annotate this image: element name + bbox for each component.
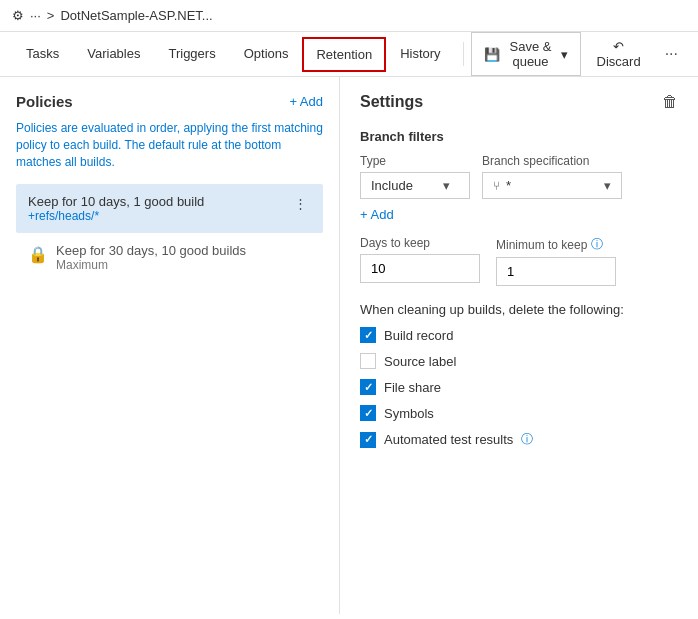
type-dropdown[interactable]: Include ▾ — [360, 172, 470, 199]
discard-label: Discard — [597, 54, 641, 69]
checkbox-symbols: ✓ Symbols — [360, 405, 678, 421]
branch-filter-group: Branch specification ⑂ * ▾ — [482, 154, 622, 199]
lock-icon: 🔒 — [28, 245, 48, 264]
filters-row: Type Include ▾ Branch specification ⑂ * … — [360, 154, 678, 199]
checkbox-automated-test: ✓ Automated test results ⓘ — [360, 431, 678, 448]
days-label: Days to keep — [360, 236, 480, 250]
days-to-keep-group: Days to keep — [360, 236, 480, 283]
checkbox-file-share: ✓ File share — [360, 379, 678, 395]
policy-more-1[interactable]: ⋮ — [290, 194, 311, 213]
policies-description: Policies are evaluated in order, applyin… — [16, 120, 323, 170]
branch-value: * — [506, 178, 511, 193]
source-label-text: Source label — [384, 354, 456, 369]
nav-divider — [463, 42, 464, 66]
branch-filters-section: Branch filters Type Include ▾ Branch spe… — [360, 129, 678, 222]
settings-title: Settings — [360, 93, 423, 111]
policies-header: Policies + Add — [16, 93, 323, 110]
add-filter-button[interactable]: + Add — [360, 207, 394, 222]
symbols-checkbox[interactable]: ✓ — [360, 405, 376, 421]
tab-tasks[interactable]: Tasks — [12, 36, 73, 73]
delete-button[interactable]: 🗑 — [662, 93, 678, 111]
automated-test-checkbox[interactable]: ✓ — [360, 432, 376, 448]
policy-info-2: Keep for 30 days, 10 good builds Maximum — [56, 243, 246, 272]
automated-test-label: Automated test results — [384, 432, 513, 447]
app-header: ⚙ ··· > DotNetSample-ASP.NET... — [0, 0, 698, 32]
cleanup-label: When cleaning up builds, delete the foll… — [360, 302, 678, 317]
policy-item-2[interactable]: 🔒 Keep for 30 days, 10 good builds Maxim… — [16, 233, 323, 282]
tab-variables[interactable]: Variables — [73, 36, 154, 73]
nav-tabs: Tasks Variables Triggers Options Retenti… — [0, 32, 698, 77]
tab-history[interactable]: History — [386, 36, 454, 73]
min-to-keep-group: Minimum to keep ⓘ — [496, 236, 616, 286]
type-value: Include — [371, 178, 413, 193]
min-label: Minimum to keep ⓘ — [496, 236, 616, 253]
tab-triggers[interactable]: Triggers — [154, 36, 229, 73]
save-queue-button[interactable]: 💾 Save & queue ▾ — [471, 32, 580, 76]
settings-header: Settings 🗑 — [360, 93, 678, 111]
header-separator: > — [47, 8, 55, 23]
tab-retention[interactable]: Retention — [302, 37, 386, 72]
checkmark-file-share: ✓ — [364, 381, 373, 394]
policy-info-1: Keep for 10 days, 1 good build +refs/hea… — [28, 194, 204, 223]
checkbox-source-label: Source label — [360, 353, 678, 369]
header-dots[interactable]: ··· — [30, 8, 41, 23]
add-policy-button[interactable]: + Add — [289, 94, 323, 109]
type-filter-group: Type Include ▾ — [360, 154, 470, 199]
policies-title: Policies — [16, 93, 73, 110]
min-info-icon[interactable]: ⓘ — [591, 236, 603, 253]
days-input[interactable] — [360, 254, 480, 283]
right-panel: Settings 🗑 Branch filters Type Include ▾… — [340, 77, 698, 614]
policy-item-1[interactable]: Keep for 10 days, 1 good build +refs/hea… — [16, 184, 323, 233]
left-panel: Policies + Add Policies are evaluated in… — [0, 77, 340, 614]
build-record-label: Build record — [384, 328, 453, 343]
nav-actions: 💾 Save & queue ▾ ↶ Discard ··· — [471, 32, 686, 76]
checkmark-automated-test: ✓ — [364, 433, 373, 446]
branch-dropdown-arrow: ▾ — [604, 178, 611, 193]
branch-filters-title: Branch filters — [360, 129, 678, 144]
discard-icon: ↶ — [613, 39, 624, 54]
automated-test-info-icon[interactable]: ⓘ — [521, 431, 533, 448]
branch-spec-dropdown[interactable]: ⑂ * ▾ — [482, 172, 622, 199]
policy-name-1: Keep for 10 days, 1 good build — [28, 194, 204, 209]
symbols-label: Symbols — [384, 406, 434, 421]
save-dropdown-arrow[interactable]: ▾ — [561, 47, 568, 62]
save-icon: 💾 — [484, 47, 500, 62]
type-label: Type — [360, 154, 470, 168]
file-share-checkbox[interactable]: ✓ — [360, 379, 376, 395]
source-label-checkbox[interactable] — [360, 353, 376, 369]
discard-button[interactable]: ↶ Discard — [585, 33, 653, 75]
build-record-checkbox[interactable]: ✓ — [360, 327, 376, 343]
policy-sub-1: +refs/heads/* — [28, 209, 204, 223]
file-share-label: File share — [384, 380, 441, 395]
min-input[interactable] — [496, 257, 616, 286]
app-icon: ⚙ — [12, 8, 24, 23]
branch-icon: ⑂ — [493, 179, 500, 193]
checkbox-build-record: ✓ Build record — [360, 327, 678, 343]
cleanup-section: When cleaning up builds, delete the foll… — [360, 302, 678, 448]
header-title: DotNetSample-ASP.NET... — [60, 8, 212, 23]
checkmark-symbols: ✓ — [364, 407, 373, 420]
fields-row: Days to keep Minimum to keep ⓘ — [360, 236, 678, 286]
type-dropdown-arrow: ▾ — [443, 178, 450, 193]
tab-options[interactable]: Options — [230, 36, 303, 73]
more-actions-button[interactable]: ··· — [657, 39, 686, 69]
save-queue-label: Save & queue — [504, 39, 556, 69]
policy-name-2: Keep for 30 days, 10 good builds — [56, 243, 246, 258]
checkmark-build-record: ✓ — [364, 329, 373, 342]
main-content: Policies + Add Policies are evaluated in… — [0, 77, 698, 614]
policy-sub-2: Maximum — [56, 258, 246, 272]
branch-label: Branch specification — [482, 154, 622, 168]
